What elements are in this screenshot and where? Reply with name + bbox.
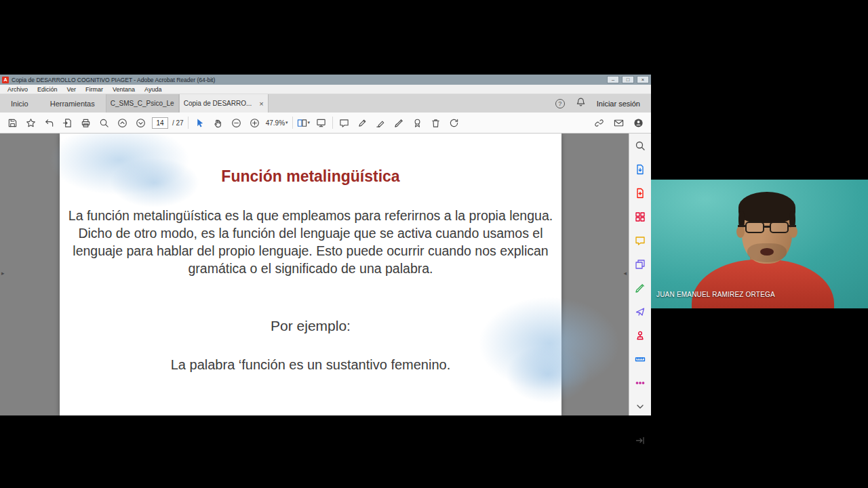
- certificate-stamp-icon[interactable]: [410, 115, 425, 130]
- tools-pane-toggle-icon[interactable]: ◂: [623, 270, 627, 277]
- select-tool-icon[interactable]: [193, 115, 207, 130]
- presenter-ear: [789, 226, 797, 238]
- previous-page-icon[interactable]: [115, 115, 130, 130]
- participant-name-label: JUAN EMANUEL RAMIREZ ORTEGA: [656, 291, 775, 298]
- pencil-icon[interactable]: [355, 115, 370, 130]
- tab-document-2-active[interactable]: Copia de DESARRO... ×: [179, 94, 269, 113]
- glasses-lens: [745, 222, 764, 233]
- toolbar: / 27 47.9% ▾ ▾: [0, 113, 651, 134]
- zoom-in-icon[interactable]: [248, 115, 262, 130]
- webcam-overlay[interactable]: JUAN EMANUEL RAMIREZ ORTEGA: [651, 180, 868, 308]
- tab-bar: Inicio Herramientas C_SMS_C_Psico_Le... …: [0, 94, 651, 113]
- comment-icon[interactable]: [337, 115, 351, 130]
- find-tool-icon[interactable]: [635, 140, 646, 154]
- toolbar-separator: [332, 117, 333, 129]
- highlight-icon[interactable]: [374, 115, 388, 130]
- email-icon[interactable]: [612, 115, 626, 130]
- presentation-mode-icon[interactable]: [314, 115, 328, 130]
- comment-tool-icon[interactable]: [635, 235, 646, 249]
- caret-down-icon: ▾: [285, 120, 288, 125]
- stamp-tool-icon[interactable]: [635, 330, 646, 344]
- search-icon[interactable]: [97, 115, 111, 130]
- notifications-bell-icon[interactable]: [576, 97, 586, 110]
- sign-in-button[interactable]: Iniciar sesión: [597, 100, 640, 108]
- zoom-out-icon[interactable]: [229, 115, 243, 130]
- menu-ventana[interactable]: Ventana: [108, 86, 140, 93]
- menu-archivo[interactable]: Archivo: [3, 86, 33, 93]
- watercolor-decoration: [494, 337, 602, 411]
- tab-label: C_SMS_C_Psico_Le...: [111, 100, 174, 107]
- window-titlebar: A Copia de DESARROLLO COGNITIVO PIAGET -…: [0, 75, 651, 85]
- presenter-shirt: [692, 260, 834, 308]
- page-display-dropdown[interactable]: ▾: [297, 115, 311, 130]
- zoom-level-dropdown[interactable]: 47.9% ▾: [266, 115, 288, 130]
- organize-pages-tool-icon[interactable]: [635, 211, 646, 225]
- fill-sign-tool-icon[interactable]: [635, 283, 646, 296]
- expand-tools-pane-icon[interactable]: [635, 435, 646, 449]
- acrobat-window: A Copia de DESARROLLO COGNITIVO PIAGET -…: [0, 75, 651, 415]
- zoom-level-value: 47.9%: [266, 119, 285, 127]
- menu-bar: Archivo Edición Ver Firmar Ventana Ayuda: [0, 85, 651, 94]
- page-number-input[interactable]: [152, 117, 168, 129]
- tab-herramientas[interactable]: Herramientas: [39, 94, 106, 113]
- create-pdf-tool-icon[interactable]: [635, 188, 646, 201]
- more-tools-icon[interactable]: [635, 378, 646, 391]
- presenter-mouth: [760, 248, 774, 256]
- toolbar-right-group: [592, 115, 646, 130]
- menu-ayuda[interactable]: Ayuda: [140, 86, 166, 93]
- toolbar-separator: [292, 117, 293, 129]
- minimize-button[interactable]: –: [607, 76, 619, 83]
- fill-sign-icon[interactable]: [392, 115, 406, 130]
- acrobat-logo-icon: A: [2, 77, 9, 83]
- previous-view-icon[interactable]: [42, 115, 56, 130]
- help-icon[interactable]: ?: [555, 99, 565, 108]
- window-title: Copia de DESARROLLO COGNITIVO PIAGET - A…: [12, 77, 604, 83]
- tools-rail: [629, 134, 651, 415]
- glasses-bridge: [763, 226, 771, 228]
- presenter-ear: [736, 226, 745, 238]
- slide-body-text: La función metalingüística es la que emp…: [68, 207, 553, 277]
- print-icon[interactable]: [79, 115, 93, 130]
- tab-close-icon[interactable]: ×: [259, 100, 263, 107]
- trash-icon[interactable]: [429, 115, 443, 130]
- tab-label: Copia de DESARRO...: [184, 100, 257, 107]
- combine-files-tool-icon[interactable]: [635, 259, 646, 272]
- refresh-icon[interactable]: [447, 115, 461, 130]
- watercolor-decoration: [460, 289, 623, 398]
- close-button[interactable]: ×: [637, 76, 649, 83]
- export-page-icon[interactable]: [60, 115, 75, 130]
- menu-edicion[interactable]: Edición: [33, 86, 62, 93]
- menu-ver[interactable]: Ver: [62, 86, 81, 93]
- presenter-hair: [738, 192, 795, 223]
- glasses-lens: [770, 222, 789, 233]
- next-page-icon[interactable]: [134, 115, 148, 130]
- caret-down-icon: ▾: [308, 120, 311, 125]
- link-icon[interactable]: [592, 115, 606, 130]
- page-total-label: / 27: [172, 119, 184, 127]
- tab-inicio[interactable]: Inicio: [0, 94, 39, 113]
- restore-button[interactable]: □: [622, 76, 634, 83]
- favorites-star-icon[interactable]: [24, 115, 38, 130]
- measure-tool-icon[interactable]: [635, 354, 646, 367]
- document-pane[interactable]: Función metalingüística La función metal…: [0, 134, 629, 415]
- glasses-arm: [788, 225, 796, 227]
- menu-firmar[interactable]: Firmar: [81, 86, 108, 93]
- slide-example-text: La palabra ‘función es un sustantivo fem…: [60, 357, 561, 373]
- toolbar-separator: [188, 117, 189, 129]
- nav-pane-toggle-icon[interactable]: ▸: [1, 270, 5, 277]
- save-icon[interactable]: [5, 115, 20, 130]
- chevron-down-icon[interactable]: [635, 401, 646, 415]
- hand-tool-icon[interactable]: [211, 115, 225, 130]
- tabbar-right-group: ? Iniciar sesión: [555, 94, 651, 113]
- share-tool-icon[interactable]: [635, 306, 646, 320]
- slide-title: Función metalingüística: [60, 167, 561, 186]
- screen-background: A Copia de DESARROLLO COGNITIVO PIAGET -…: [0, 0, 868, 488]
- account-icon[interactable]: [631, 115, 646, 130]
- tab-document-1[interactable]: C_SMS_C_Psico_Le...: [106, 94, 179, 113]
- slide-example-label: Por ejemplo:: [60, 318, 561, 334]
- export-pdf-tool-icon[interactable]: [635, 164, 646, 178]
- pdf-page: Función metalingüística La función metal…: [60, 134, 561, 415]
